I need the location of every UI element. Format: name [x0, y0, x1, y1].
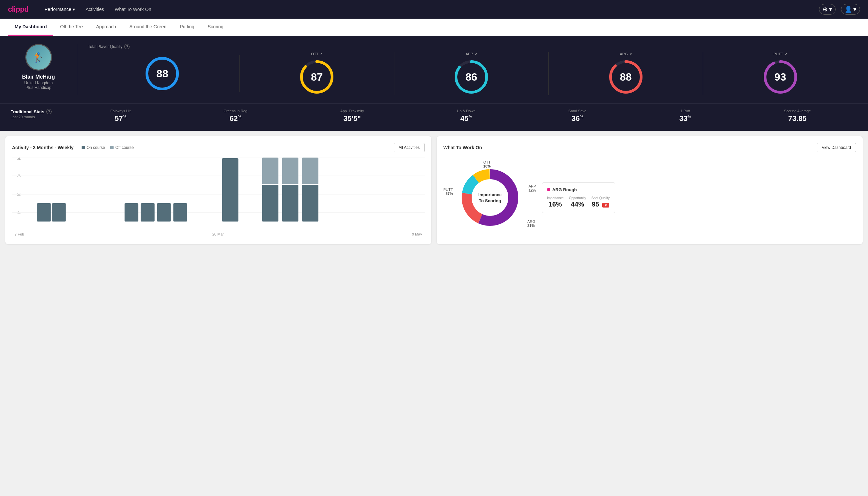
- stat-fairways-hit: Fairways Hit 57%: [111, 109, 131, 123]
- stats-subtitle: Last 20 rounds: [11, 115, 64, 119]
- app-donut-label: APP 12%: [528, 184, 536, 192]
- stat-updown-val: 45%: [457, 114, 476, 123]
- all-activities-button[interactable]: All Activities: [394, 143, 425, 152]
- svg-text:4: 4: [17, 158, 21, 161]
- stat-scoringavg-val: 73.85: [784, 114, 811, 123]
- stat-greens-val: 62%: [223, 114, 248, 123]
- score-value-ott: 87: [311, 71, 323, 83]
- score-overall: 88: [85, 55, 240, 92]
- svg-text:Importance: Importance: [478, 192, 502, 197]
- stat-fairways-val: 57%: [111, 114, 131, 123]
- bar-chart: 1 2 3 4: [12, 158, 425, 231]
- score-value-putt: 93: [774, 71, 786, 83]
- score-value-app: 86: [465, 71, 477, 83]
- svg-rect-19: [52, 203, 66, 221]
- gauge-app: 86: [453, 59, 490, 95]
- stat-app-proximity: App. Proximity 35'5": [341, 109, 364, 123]
- score-putt: PUTT ↗ 93: [703, 52, 857, 95]
- player-handicap: Plus Handicap: [26, 85, 51, 90]
- legend-off-course: Off course: [110, 145, 133, 150]
- tab-scoring[interactable]: Scoring: [201, 19, 230, 36]
- user-icon: 👤: [845, 6, 852, 13]
- putt-label: PUTT ↗: [773, 52, 787, 56]
- stat-1putt-val: 33%: [679, 114, 691, 123]
- activity-chart-panel: Activity - 3 Months - Weekly On course O…: [5, 136, 431, 244]
- tab-putting[interactable]: Putting: [173, 19, 201, 36]
- tab-off-the-tee[interactable]: Off the Tee: [53, 19, 89, 36]
- bottom-section: Activity - 3 Months - Weekly On course O…: [0, 131, 868, 249]
- help-icon[interactable]: ?: [124, 44, 129, 49]
- stat-sand-save: Sand Save 36%: [569, 109, 586, 123]
- donut-svg: Importance To Scoring: [457, 164, 523, 231]
- add-button[interactable]: ⊕ ▾: [819, 4, 836, 15]
- score-arg: ARG ↗ 88: [549, 52, 703, 95]
- svg-rect-27: [282, 185, 298, 221]
- score-app: APP ↗ 86: [394, 52, 549, 95]
- activity-header-left: Activity - 3 Months - Weekly On course O…: [12, 145, 133, 150]
- player-info: 🏌️ Blair McHarg United Kingdom Plus Hand…: [11, 44, 77, 95]
- down-badge: ▼: [602, 203, 609, 207]
- tab-around-the-green[interactable]: Around the Green: [123, 19, 173, 36]
- donut-chart-area: OTT 10% APP 12% ARG 21% PUTT: [443, 158, 537, 237]
- tab-approach[interactable]: Approach: [89, 19, 123, 36]
- nav-right-actions: ⊕ ▾ 👤 ▾: [819, 4, 860, 15]
- view-dashboard-button[interactable]: View Dashboard: [817, 143, 856, 152]
- stats-help-icon[interactable]: ?: [46, 109, 52, 114]
- app-arrow: ↗: [474, 52, 477, 56]
- svg-rect-26: [262, 158, 279, 184]
- svg-rect-25: [262, 185, 279, 221]
- what-panel-title: What To Work On: [443, 145, 482, 150]
- what-to-work-on-panel: What To Work On View Dashboard OTT 10% A…: [437, 136, 863, 244]
- metric-importance: Importance 16%: [547, 196, 564, 208]
- arg-arrow: ↗: [629, 52, 632, 56]
- svg-text:To Scoring: To Scoring: [479, 198, 501, 203]
- tab-my-dashboard[interactable]: My Dashboard: [8, 19, 53, 36]
- activity-panel-header: Activity - 3 Months - Weekly On course O…: [12, 143, 425, 152]
- tab-bar: My Dashboard Off the Tee Approach Around…: [0, 19, 868, 36]
- tpq-label: Total Player Quality ?: [85, 44, 857, 49]
- what-panel-header: What To Work On View Dashboard: [443, 143, 856, 152]
- on-course-dot: [82, 146, 85, 149]
- what-panel-content: OTT 10% APP 12% ARG 21% PUTT: [443, 158, 856, 237]
- stat-sandsave-val: 36%: [569, 114, 586, 123]
- score-value-overall: 88: [157, 68, 169, 80]
- arg-rough-metrics: Importance 16% Opportunity 44% Shot Qual…: [547, 196, 610, 208]
- putt-donut-label: PUTT 57%: [443, 188, 453, 196]
- metric-opportunity: Opportunity 44%: [569, 196, 586, 208]
- metric-shot-quality: Shot Quality 95 ▼: [591, 196, 610, 208]
- chevron-down-icon: ▾: [853, 6, 856, 13]
- score-value-arg: 88: [620, 71, 632, 83]
- gauge-ott: 87: [298, 59, 335, 95]
- arg-rough-title: ARG Rough: [547, 187, 610, 192]
- plus-icon: ⊕: [823, 6, 828, 13]
- legend-on-course: On course: [82, 145, 105, 150]
- nav-activities[interactable]: Activities: [85, 7, 104, 12]
- nav-what-to-work-on[interactable]: What To Work On: [114, 7, 151, 12]
- svg-rect-20: [125, 203, 138, 221]
- score-ott: OTT ↗ 87: [240, 52, 394, 95]
- svg-rect-30: [302, 158, 318, 184]
- svg-rect-18: [37, 203, 51, 221]
- svg-text:3: 3: [17, 174, 21, 178]
- stats-label-area: Traditional Stats ? Last 20 rounds: [11, 109, 64, 119]
- svg-text:2: 2: [17, 192, 21, 197]
- chevron-down-icon: ▾: [829, 6, 832, 13]
- top-navigation: clippd Performance ▾ Activities What To …: [0, 0, 868, 19]
- svg-rect-24: [222, 158, 238, 221]
- gauge-putt: 93: [762, 59, 799, 95]
- arg-rough-dot: [547, 188, 550, 191]
- avatar: 🏌️: [25, 44, 52, 71]
- ott-arrow: ↗: [320, 52, 322, 56]
- stat-scoring-avg: Scoring Average 73.85: [784, 109, 811, 123]
- player-scores: Total Player Quality ? 88: [77, 44, 857, 95]
- shot-quality-value: 95 ▼: [591, 201, 610, 208]
- user-menu-button[interactable]: 👤 ▾: [841, 4, 860, 15]
- importance-value: 16%: [547, 201, 564, 208]
- chevron-down-icon: ▾: [73, 7, 75, 12]
- nav-performance[interactable]: Performance ▾: [45, 7, 75, 12]
- gauge-overall: 88: [144, 55, 180, 92]
- hero-section: 🏌️ Blair McHarg United Kingdom Plus Hand…: [0, 36, 868, 103]
- putt-arrow: ↗: [784, 52, 787, 56]
- arg-donut-label: ARG 21%: [527, 219, 535, 228]
- ott-label: OTT ↗: [311, 52, 322, 56]
